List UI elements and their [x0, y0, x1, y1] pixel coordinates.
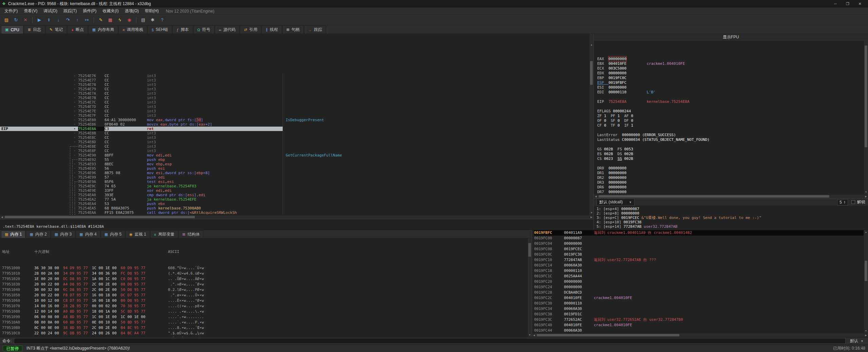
register-line[interactable]: OF 0 SF 0 DF 0 [597, 118, 864, 123]
disasm-row[interactable]: 75254EA277 5Aja kernelbase.75254EFE [0, 197, 589, 202]
scroll-down-icon[interactable]: ▼ [864, 190, 868, 194]
scrollbar-thumb[interactable] [599, 195, 829, 198]
show-fpu-button[interactable]: 显示FPU [594, 34, 868, 41]
tab-threads[interactable]: ∥线程 [262, 25, 282, 34]
dump-row[interactable]: 7795103020 00 22 00A4 D8 95 772C 00 2E 0… [0, 282, 532, 287]
disasm-row[interactable]: 75254E7CCCint3 [0, 100, 589, 105]
settings-ic8on[interactable]: ✱ [148, 16, 157, 24]
argument-row[interactable]: 2: [esp+8] 00000000 [597, 211, 865, 216]
register-line[interactable] [597, 128, 864, 133]
tab-struct[interactable]: ⊞结构体 [178, 230, 203, 238]
register-line[interactable]: EBX 004010FE crackme1.004010FE [597, 61, 864, 66]
patches-icon[interactable]: ▩ [106, 16, 115, 24]
trace-record-icon[interactable]: ◉ [125, 16, 134, 24]
stack-row[interactable]: 0019FC1400060A30 [534, 263, 864, 268]
pencil-icon[interactable]: ✎ [96, 16, 105, 24]
step-into-icon[interactable]: ↓ [54, 16, 63, 24]
disasm-row[interactable]: 75254E9C74 65je kernelbase.75254F03 [0, 184, 589, 188]
argument-row[interactable]: 3: [esp+C] 0019FCEC &"U要楼.Well done, you… [597, 216, 865, 220]
stack-row[interactable]: 0019FC3C772652AC返回到 user32.772652AC 自 us… [534, 317, 864, 322]
disasm-row[interactable]: 75254E968B75 08mov esi,dword ptr ss:[ebp… [0, 171, 589, 175]
disassembly-hscrollbar[interactable]: ◀ ▶ [0, 215, 593, 219]
tab-source[interactable]: ‹›源代码 [215, 25, 240, 34]
register-line[interactable]: EDI 00000110 L'Đ' [597, 90, 864, 95]
disasm-row[interactable]: 75254E7FCCint3 [0, 113, 589, 118]
dump-row[interactable]: 7795100036 30 38 0094 D9 95 771C 00 1E 0… [0, 265, 532, 271]
disasm-row[interactable]: 75254E908BFFmov edi,ediGetCurrentPackage… [0, 153, 589, 158]
stack-row[interactable]: 0019FC080019FCEC [534, 246, 864, 252]
register-line[interactable]: DR6 00000000 [597, 185, 864, 190]
disasm-row[interactable]: 75254EA453push ebx [0, 202, 589, 206]
register-line[interactable]: CF 0 TF 0 IF 1 [597, 123, 864, 128]
disasm-row[interactable]: 75254E79CCint3 [0, 87, 589, 91]
tab-references[interactable]: ⇄引用 [240, 25, 261, 34]
dump-row[interactable]: 7795106010 00 12 00C8 D7 95 7716 00 18 0… [0, 298, 532, 303]
disasm-row[interactable]: 75254E8FCCint3 [0, 149, 589, 153]
tab-dump5[interactable]: ▦内存 5 [101, 230, 125, 238]
disasm-row[interactable]: 75254E8064:A1 30000000mov eax,dword ptr … [0, 118, 589, 122]
unlock-checkbox[interactable]: 解锁 [851, 199, 865, 205]
close-icon[interactable]: ✕ [21, 16, 30, 24]
scroll-up-icon[interactable]: ▲ [864, 230, 868, 234]
disasm-row[interactable]: 75254E77CCint3 [0, 78, 589, 82]
run-to-user-code-icon[interactable]: ↦ [82, 16, 91, 24]
stack-row[interactable]: 0019FC10772847AB返回到 user32.772847AB 自 ??… [534, 257, 864, 263]
dump-rows[interactable]: 7795100036 30 38 0094 D9 95 771C 00 1E 0… [0, 265, 532, 337]
tab-symbols[interactable]: Ω符号 [193, 25, 214, 34]
tab-locals[interactable]: ≡局部变量 [150, 230, 178, 238]
calling-convention-select[interactable]: 默认 (stdcall) ▼ [597, 199, 635, 206]
tab-dump2[interactable]: ▦内存 2 [26, 230, 50, 238]
disasm-row[interactable]: 75254E7ACCint3 [0, 91, 589, 96]
stack-row[interactable]: 0019FC28DCBAABCD [534, 290, 864, 295]
scrollbar-thumb[interactable] [590, 61, 593, 85]
dump-row[interactable]: 779510D026 00 98 7730 09 98 7700 00 00 0… [0, 336, 532, 337]
stack-row[interactable]: 0019FC1C0025AA44 [534, 274, 864, 279]
stack-row[interactable]: 0019FC3400060A30 [534, 306, 864, 312]
register-line[interactable] [597, 95, 864, 99]
disasm-row[interactable]: 75254E8CCCint3 [0, 135, 589, 140]
scrollbar-thumb[interactable] [528, 243, 531, 257]
register-line[interactable]: EAX 00000000 [597, 57, 864, 61]
menu-item[interactable]: 插件(P) [80, 7, 99, 15]
stack-rows[interactable]: 0019FBFC004011A9返回到 crackme1.004011A9 自 … [532, 230, 868, 333]
register-line[interactable]: DR3 00000000 [597, 180, 864, 185]
menu-item[interactable]: 收藏夹(I) [99, 7, 121, 15]
register-line[interactable]: DR7 00000000 [597, 190, 864, 194]
tab-dump4[interactable]: ▦内存 4 [76, 230, 100, 238]
menu-item[interactable]: 文件(F) [1, 7, 21, 15]
command-type-select[interactable]: 默认 ▼ [848, 338, 866, 344]
disasm-row[interactable]: 75254E9A85F6test esi,esi [0, 180, 589, 184]
disasm-row[interactable]: 75254E7ECCint3 [0, 109, 589, 113]
disasm-row[interactable]: 75254E8DCCint3 [0, 140, 589, 144]
stack-row[interactable]: 0019FC40004010FEcrackme1.004010FE [534, 322, 864, 328]
disasm-row[interactable]: EIP75254E8AC3ret [0, 127, 589, 131]
disasm-row[interactable]: 75254E9957push edi [0, 175, 589, 180]
register-line[interactable]: ESI 00000000 [597, 85, 864, 90]
scrollbar-thumb[interactable] [5, 216, 195, 218]
execute-till-return-icon[interactable]: ↑ [73, 16, 82, 24]
dump-row[interactable]: 7795108012 00 14 00A0 8D 95 7718 00 1A 0… [0, 309, 532, 314]
disasm-row[interactable]: 75254E76CCint3 [0, 74, 589, 78]
registers-vscrollbar[interactable]: ▲ ▼ [864, 41, 868, 194]
command-input[interactable] [14, 338, 846, 344]
run-icon[interactable]: ▶ [35, 16, 44, 24]
disasm-row[interactable]: 75254E9E33FFxor edi,edi [0, 188, 589, 193]
tab-trace[interactable]: →跟踪 [304, 25, 326, 34]
register-line[interactable]: ECX 003C5000 [597, 66, 864, 71]
register-line[interactable]: ES 002B DS 002B [597, 152, 864, 156]
disasm-row[interactable]: 75254EA0393Ecmp dword ptr ds:[esi],edi [0, 193, 589, 197]
dump-body[interactable]: 地址 十六进制 ASCII 7795100036 30 38 0094 D9 9… [0, 238, 532, 337]
stack-row[interactable]: 0019FC3000000110 [534, 301, 864, 306]
tab-script[interactable]: ƒ脚本 [172, 25, 193, 34]
register-line[interactable] [597, 161, 864, 166]
scroll-down-icon[interactable]: ▼ [528, 333, 532, 337]
calculator-icon[interactable]: ▤ [139, 16, 148, 24]
register-line[interactable]: ESP 0019FBFC [597, 80, 864, 85]
minimize-button[interactable]: ─ [829, 0, 842, 7]
tab-call-stack[interactable]: ≡调用堆栈 [118, 25, 147, 34]
stack-row[interactable]: 0019FC2C004010FEcrackme1.004010FE [534, 295, 864, 301]
tab-notes[interactable]: ✎笔记 [45, 25, 67, 34]
disasm-row[interactable]: 75254E9556push esi [0, 166, 589, 171]
stack-row[interactable]: 0019FC4400060A30 [534, 328, 864, 333]
register-list[interactable]: ▲ ▼ EAX 00000000EBX 004010FE crackme1.00… [594, 41, 868, 194]
